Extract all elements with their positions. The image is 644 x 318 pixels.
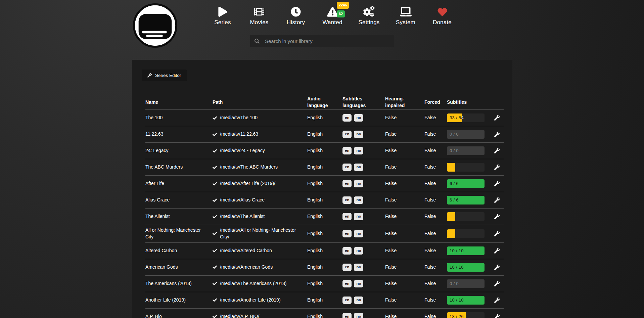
series-path-text: /media/tv/The ABC Murders <box>220 164 278 171</box>
language-badge: en <box>342 247 352 255</box>
search-icon <box>255 39 260 44</box>
table-row: Another Life (2019) /media/tv/Another Li… <box>145 292 504 308</box>
forced: False <box>424 131 447 138</box>
series-name[interactable]: 24: Legacy <box>145 147 213 154</box>
language-badge: en <box>342 180 352 187</box>
check-icon <box>213 182 217 186</box>
language-badge: en <box>342 230 352 237</box>
table-header: Name Path Audio language Subtitles langu… <box>145 95 504 109</box>
series-name[interactable]: A.P. Bio <box>145 313 213 318</box>
series-name[interactable]: Altered Carbon <box>145 247 213 254</box>
column-header-audio-language: Audio language <box>307 96 342 109</box>
wrench-icon <box>147 73 152 78</box>
edit-series-wrench-icon[interactable] <box>494 197 500 203</box>
nav-item-movies[interactable]: Movies <box>244 5 274 26</box>
edit-series-wrench-icon[interactable] <box>494 248 500 254</box>
series-name[interactable]: The ABC Murders <box>145 164 213 171</box>
edit-series-wrench-icon[interactable] <box>494 314 500 318</box>
nav-item-donate[interactable]: Donate <box>427 5 457 26</box>
library-search <box>250 35 394 47</box>
check-icon <box>213 165 217 170</box>
check-icon <box>213 248 217 253</box>
table-row: The Alienist /media/tv/The Alienist Engl… <box>145 208 504 225</box>
subtitles-languages: enno <box>342 313 385 318</box>
series-name[interactable]: American Gods <box>145 264 213 271</box>
audio-language: English <box>307 115 342 121</box>
edit-series-wrench-icon[interactable] <box>494 181 500 186</box>
series-editor-button[interactable]: Series Editor <box>142 70 187 81</box>
edit-series-wrench-icon[interactable] <box>494 231 500 236</box>
edit-series-wrench-icon[interactable] <box>494 115 500 121</box>
table-row: 24: Legacy /media/tv/24 - Legacy English… <box>145 142 504 159</box>
hearing-impaired: False <box>385 230 424 237</box>
table-row: A.P. Bio /media/tv/A.P. BIO/ English enn… <box>145 308 504 318</box>
forced: False <box>424 280 447 287</box>
series-name[interactable]: 11.22.63 <box>145 131 213 138</box>
top-navigation: Series Movies History Wanted 2246 62 <box>208 5 457 26</box>
column-header-hearing-impaired: Hearing-impaired <box>385 96 424 109</box>
hearing-impaired: False <box>385 297 424 304</box>
wanted-series-count-badge: 2246 <box>337 2 349 9</box>
forced: False <box>424 264 447 271</box>
subtitles-languages: enno <box>342 164 385 171</box>
edit-series-wrench-icon[interactable] <box>494 281 500 286</box>
language-badge: no <box>354 264 363 271</box>
check-icon <box>213 231 217 236</box>
series-editor-label: Series Editor <box>155 73 181 78</box>
table-row: American Gods /media/tv/American Gods En… <box>145 259 504 275</box>
language-badge: en <box>342 264 352 271</box>
series-path: /media/tv/The ABC Murders <box>213 164 307 171</box>
series-path: /media/tv/The Americans (2013) <box>213 280 307 287</box>
search-input[interactable] <box>250 35 394 47</box>
nav-item-history[interactable]: History <box>281 5 311 26</box>
series-path-text: /media/tv/Altered Carbon <box>220 247 272 254</box>
check-icon <box>213 198 217 202</box>
edit-series-wrench-icon[interactable] <box>494 132 500 137</box>
column-header-subtitles: Subtitles <box>447 99 490 106</box>
table-body: The 100 /media/tv/The 100 English enno F… <box>145 109 504 318</box>
edit-series-wrench-icon[interactable] <box>494 148 500 153</box>
nav-item-wanted[interactable]: Wanted 2246 62 <box>317 5 348 26</box>
audio-language: English <box>307 280 342 287</box>
series-path-text: /media/tv/American Gods <box>220 264 273 271</box>
edit-series-wrench-icon[interactable] <box>494 214 500 219</box>
table-row: The ABC Murders /media/tv/The ABC Murder… <box>145 159 504 175</box>
language-badge: no <box>354 280 363 287</box>
nav-item-system[interactable]: System <box>390 5 421 26</box>
series-name[interactable]: The Alienist <box>145 213 213 220</box>
play-icon <box>218 5 227 17</box>
series-name[interactable]: The 100 <box>145 115 213 121</box>
language-badge: en <box>342 147 352 154</box>
series-name[interactable]: All or Nothing: Manchester City <box>145 227 213 240</box>
nav-item-series[interactable]: Series <box>208 5 238 26</box>
edit-series-wrench-icon[interactable] <box>494 165 500 170</box>
nav-item-settings[interactable]: Settings <box>354 5 384 26</box>
series-name[interactable]: Another Life (2019) <box>145 297 213 304</box>
series-name[interactable]: Alias Grace <box>145 197 213 203</box>
subtitles-progress <box>447 212 485 221</box>
series-path-text: /media/tv/All or Nothing- Manchester Cit… <box>220 227 303 240</box>
edit-series-wrench-icon[interactable] <box>494 265 500 270</box>
audio-language: English <box>307 297 342 304</box>
series-name[interactable]: The Americans (2013) <box>145 280 213 287</box>
forced: False <box>424 230 447 237</box>
audio-language: English <box>307 247 342 254</box>
bazarr-logo[interactable] <box>132 2 178 49</box>
language-badge: en <box>342 196 352 204</box>
hearing-impaired: False <box>385 164 424 171</box>
subtitles-progress: 33 / 8433 / 84 <box>447 113 485 122</box>
edit-series-wrench-icon[interactable] <box>494 298 500 303</box>
nav-label: System <box>396 19 415 26</box>
subtitles-languages: enno <box>342 230 385 237</box>
series-path: /media/tv/11.22.63 <box>213 131 307 138</box>
subtitles-languages: enno <box>342 280 385 287</box>
nav-label: History <box>287 19 305 26</box>
series-panel: Series Editor Name Path Audio language S… <box>132 60 512 318</box>
check-icon <box>213 132 217 137</box>
language-badge: no <box>354 114 363 122</box>
series-path-text: /media/tv/The 100 <box>220 115 258 121</box>
series-name[interactable]: After Life <box>145 180 213 187</box>
forced: False <box>424 180 447 187</box>
subtitles-progress: 0 / 0 <box>447 146 485 155</box>
audio-language: English <box>307 131 342 138</box>
